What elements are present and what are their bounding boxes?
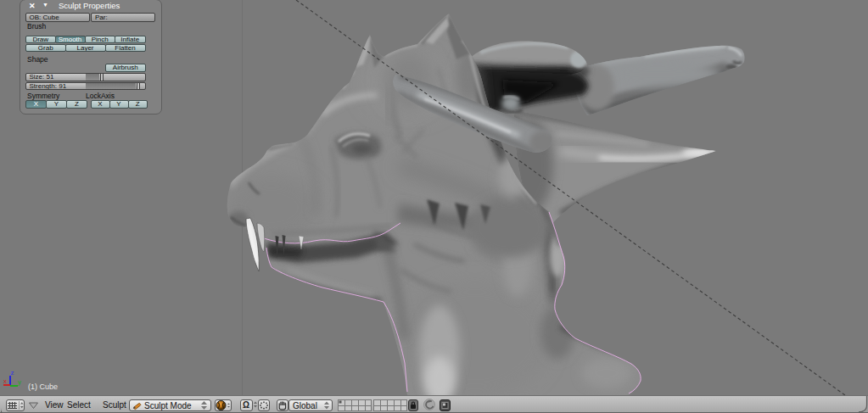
svg-text:(1) Cube: (1) Cube	[28, 382, 58, 391]
svg-text:z: z	[11, 369, 14, 377]
svg-text:x: x	[3, 377, 7, 385]
svg-text:y: y	[18, 378, 21, 386]
